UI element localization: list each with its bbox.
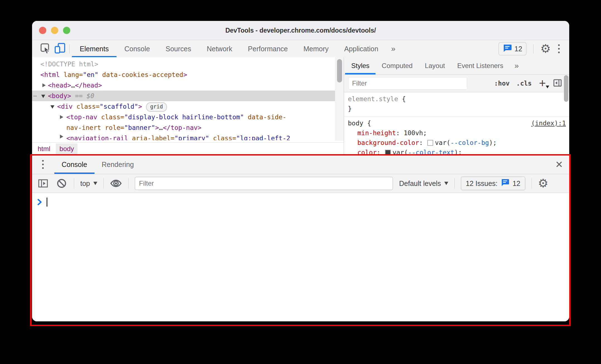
collapse-arrow-icon[interactable] xyxy=(50,105,54,109)
more-panels-button[interactable]: » xyxy=(386,40,401,57)
settings-gear-icon[interactable]: ⚙ xyxy=(540,43,551,55)
dom-tree-node[interactable]: <navigation-rail aria-label="primary" cl… xyxy=(32,133,344,140)
expand-arrow-icon[interactable] xyxy=(42,83,46,87)
grid-badge[interactable]: grid xyxy=(146,102,167,112)
dropdown-arrow-icon xyxy=(93,182,97,185)
code-segment: min-height xyxy=(357,128,396,138)
tab-memory[interactable]: Memory xyxy=(295,40,336,57)
code-segment: nav-inert role= xyxy=(66,124,124,131)
css-property-row[interactable]: min-height: 100vh; xyxy=(344,128,569,138)
node-options-dots-icon[interactable]: ⋯ xyxy=(33,91,37,101)
elements-scrollbar-thumb[interactable] xyxy=(337,59,342,82)
breadcrumb-body[interactable]: body xyxy=(56,144,77,154)
code-segment: var( xyxy=(392,148,408,155)
pseudo-button-hov[interactable]: :hov xyxy=(494,80,510,87)
code-segment: "display-block hairline-bottom" xyxy=(124,113,244,121)
dom-tree-node[interactable]: ⋯<body> == $0 xyxy=(32,91,344,101)
drawer-menu-kebab-icon[interactable] xyxy=(39,160,47,169)
tab-performance[interactable]: Performance xyxy=(240,40,295,57)
more-styles-tabs-button[interactable]: » xyxy=(510,57,524,74)
code-segment: : 100vh; xyxy=(396,128,427,138)
styles-tab-styles[interactable]: Styles xyxy=(345,57,375,74)
main-menu-kebab-icon[interactable] xyxy=(555,44,563,53)
color-swatch[interactable] xyxy=(427,140,433,146)
live-expression-button[interactable] xyxy=(110,179,122,188)
styles-tab-layout[interactable]: Layout xyxy=(419,57,451,74)
toolbar-right-group: 12 ⚙ xyxy=(498,40,569,57)
text-caret xyxy=(47,198,47,207)
styles-tab-computed[interactable]: Computed xyxy=(375,57,419,74)
tab-label: Event Listeners xyxy=(457,62,503,70)
code-segment: class= xyxy=(97,113,124,121)
console-filter-input[interactable] xyxy=(135,177,393,190)
css-property-row[interactable]: background-color: var(--color-bg); xyxy=(344,138,569,148)
dom-tree-node[interactable]: <div class="scaffold">grid xyxy=(32,101,344,112)
tab-network[interactable]: Network xyxy=(199,40,240,57)
color-swatch[interactable] xyxy=(385,150,391,155)
close-window-button[interactable] xyxy=(39,27,46,34)
main-toolbar: ElementsConsoleSourcesNetworkPerformance… xyxy=(32,40,569,58)
elements-scrollbar[interactable] xyxy=(335,57,344,141)
code-segment: ); xyxy=(454,148,462,155)
issues-button[interactable]: 12 Issues: 12 xyxy=(461,176,525,190)
collapse-arrow-icon[interactable] xyxy=(41,95,45,98)
drawer-tab-rendering[interactable]: Rendering xyxy=(94,155,141,174)
tab-sources[interactable]: Sources xyxy=(158,40,199,57)
code-segment: lang= xyxy=(60,71,83,78)
close-icon: ✕ xyxy=(555,159,563,170)
close-drawer-button[interactable]: ✕ xyxy=(555,155,563,174)
element-states-panel-icon[interactable] xyxy=(553,78,562,88)
console-settings-gear-icon[interactable]: ⚙ xyxy=(538,178,549,189)
chevron-double-icon: » xyxy=(391,44,396,53)
expand-arrow-icon[interactable] xyxy=(60,135,63,139)
code-segment: "primary" xyxy=(175,135,209,140)
issues-counter-button[interactable]: 12 xyxy=(498,42,527,55)
active-tab-underline xyxy=(345,73,375,74)
tab-application[interactable]: Application xyxy=(336,40,386,57)
dom-tree: <!DOCTYPE html><html lang="en" data-cook… xyxy=(32,57,344,142)
toolbar-separator xyxy=(532,178,532,189)
styles-filter-row: :hov.cls + xyxy=(344,75,569,92)
code-segment: … xyxy=(159,124,163,131)
dom-tree-node[interactable]: <html lang="en" data-cookies-accepted> xyxy=(32,69,344,80)
code-segment: <navigation-rail xyxy=(66,135,128,140)
styles-tab-event-listeners[interactable]: Event Listeners xyxy=(451,57,509,74)
code-segment: body { xyxy=(348,118,371,128)
code-segment: background-color xyxy=(357,138,419,148)
inspect-element-button[interactable] xyxy=(38,40,53,57)
styles-filter-input[interactable] xyxy=(348,77,467,89)
tab-elements[interactable]: Elements xyxy=(72,40,117,57)
tab-label: Sources xyxy=(166,45,191,53)
tab-console[interactable]: Console xyxy=(117,40,158,57)
css-selector-row[interactable]: element.style { xyxy=(344,94,569,104)
expand-arrow-icon[interactable] xyxy=(60,115,63,119)
minimize-window-button[interactable] xyxy=(51,27,58,34)
console-sidebar-toggle-button[interactable] xyxy=(37,179,49,188)
zoom-window-button[interactable] xyxy=(63,27,70,34)
code-segment: <top-nav xyxy=(66,113,97,121)
window-controls xyxy=(39,27,70,34)
css-property-row[interactable]: color: var(--color-text); xyxy=(344,148,569,155)
console-messages-area[interactable] xyxy=(32,193,569,321)
javascript-context-selector[interactable]: top xyxy=(80,179,97,188)
dom-tree-node[interactable]: nav-inert role="banner">…</top-nav> xyxy=(32,122,344,133)
code-segment: </head> xyxy=(75,82,102,89)
code-segment: <div xyxy=(57,103,72,110)
tab-label: Application xyxy=(344,45,378,53)
breadcrumb-html[interactable]: html xyxy=(34,144,54,154)
dom-tree-node[interactable]: <top-nav class="display-block hairline-b… xyxy=(32,112,344,122)
drawer-tab-console[interactable]: Console xyxy=(54,155,94,174)
css-selector-row[interactable]: body {(index):1 xyxy=(344,118,569,128)
console-toolbar: top Default levels 12 Issues: xyxy=(32,174,569,193)
dom-tree-node[interactable]: <!DOCTYPE html> xyxy=(32,59,344,69)
device-toolbar-button[interactable] xyxy=(53,40,67,57)
clear-console-button[interactable] xyxy=(55,178,68,188)
dom-tree-node[interactable]: <head>…</head> xyxy=(32,80,344,91)
pseudo-button-cls[interactable]: .cls xyxy=(516,80,532,87)
log-levels-selector[interactable]: Default levels xyxy=(399,179,448,188)
stylesheet-source-link[interactable]: (index):1 xyxy=(531,118,566,128)
styles-scrollbar-thumb[interactable] xyxy=(564,75,568,102)
code-segment: : xyxy=(377,148,384,155)
new-style-rule-button[interactable]: + xyxy=(539,78,546,88)
css-selector-row[interactable]: } xyxy=(344,104,569,114)
